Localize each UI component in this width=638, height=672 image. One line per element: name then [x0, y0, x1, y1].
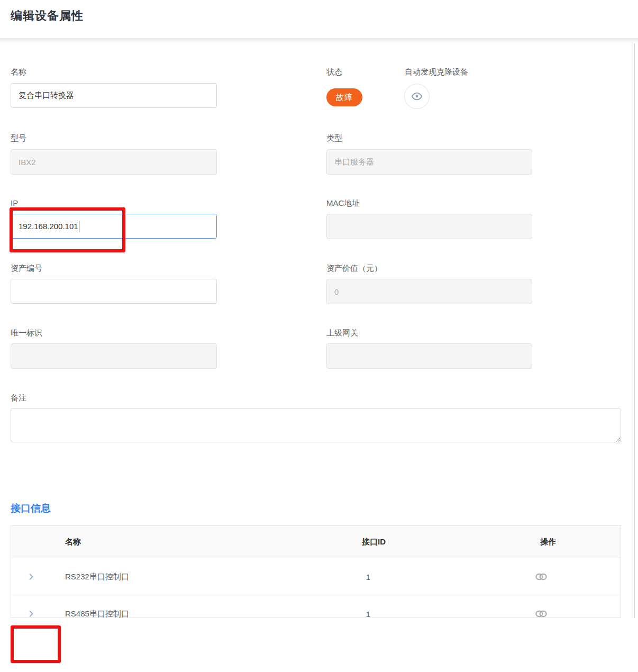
- status-label: 状态: [326, 67, 342, 77]
- name-label: 名称: [11, 67, 26, 77]
- interface-name: RS485串口控制口: [65, 595, 129, 618]
- table-row: RS485串口控制口 1: [11, 595, 621, 618]
- asset-value-input-value: 0: [334, 287, 339, 296]
- unique-id-label: 唯一标识: [11, 328, 42, 338]
- model-input-value: IBX2: [19, 158, 36, 167]
- interface-section-heading: 接口信息: [11, 502, 51, 515]
- scrollbar-track[interactable]: [634, 43, 635, 618]
- table-row: RS232串口控制口 1: [11, 558, 621, 595]
- column-header-id: 接口ID: [362, 526, 386, 558]
- remark-label: 备注: [11, 393, 26, 403]
- asset-no-label: 资产编号: [11, 264, 42, 273]
- name-input-value: 复合串口转换器: [19, 90, 74, 101]
- interface-id: 1: [363, 595, 373, 618]
- column-header-name: 名称: [65, 526, 81, 558]
- asset-no-input[interactable]: [11, 279, 217, 304]
- chevron-right-icon: [27, 573, 35, 581]
- text-caret: [79, 221, 80, 232]
- link-icon: [535, 573, 547, 580]
- drawer-footer: [0, 618, 638, 672]
- link-icon: [535, 610, 547, 617]
- mac-input: [326, 214, 532, 239]
- link-action-button[interactable]: [531, 558, 552, 595]
- ip-label: IP: [11, 198, 18, 208]
- auto-clone-view-button[interactable]: [404, 84, 430, 109]
- status-badge: 故障: [326, 88, 362, 106]
- row-expand-button[interactable]: [27, 558, 35, 595]
- column-header-action: 操作: [540, 526, 556, 558]
- type-input: 串口服务器: [326, 149, 532, 175]
- eye-icon: [411, 90, 423, 102]
- name-input[interactable]: 复合串口转换器: [11, 83, 217, 108]
- interface-name: RS232串口控制口: [65, 558, 129, 595]
- page-title: 编辑设备属性: [11, 8, 84, 24]
- mac-label: MAC地址: [326, 198, 360, 208]
- model-label: 型号: [11, 133, 26, 143]
- link-action-button[interactable]: [531, 595, 552, 618]
- interface-id: 1: [363, 558, 373, 595]
- type-input-value: 串口服务器: [334, 157, 374, 167]
- asset-value-label: 资产价值（元）: [326, 264, 382, 273]
- remark-textarea[interactable]: [11, 408, 621, 442]
- ip-input-value: 192.168.200.101: [19, 222, 78, 231]
- type-label: 类型: [326, 133, 342, 143]
- interface-table: 名称 接口ID 操作 RS232串口控制口 1: [11, 525, 621, 618]
- row-expand-button[interactable]: [27, 595, 35, 618]
- auto-clone-label: 自动发现克隆设备: [405, 67, 468, 77]
- asset-value-input: 0: [326, 279, 532, 304]
- model-input: IBX2: [11, 149, 217, 175]
- interface-table-header: 名称 接口ID 操作: [11, 526, 621, 558]
- ip-input[interactable]: 192.168.200.101: [11, 214, 217, 239]
- chevron-right-icon: [27, 610, 35, 618]
- gateway-input: [326, 343, 532, 369]
- unique-id-input: [11, 343, 217, 369]
- drawer-header: 编辑设备属性: [0, 0, 638, 38]
- header-shadow: [0, 38, 638, 43]
- gateway-label: 上级网关: [326, 328, 358, 338]
